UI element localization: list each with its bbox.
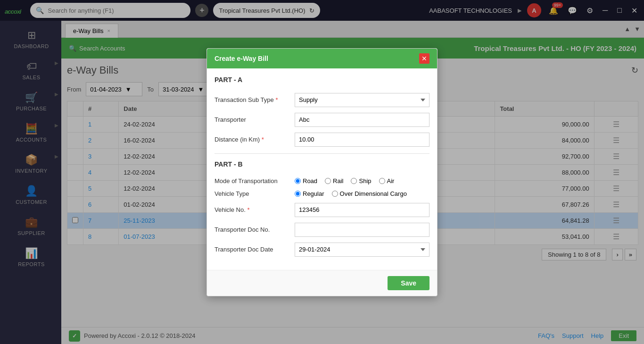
transporter-doc-no-label: Transporter Doc No. xyxy=(215,226,295,233)
vehicle-no-input[interactable] xyxy=(295,203,429,217)
transporter-doc-date-row: Transporter Doc Date 29-01-2024 xyxy=(215,243,429,257)
part-divider xyxy=(215,153,429,154)
distance-input[interactable] xyxy=(295,133,429,147)
save-button[interactable]: Save xyxy=(388,276,429,290)
transaction-sub-type-select[interactable]: Supply Export Job Work SKD/CKD/Lots Reci… xyxy=(295,93,429,107)
transport-mode-radio-group: Road Rail Ship Air xyxy=(295,177,429,185)
vehicle-type-over-dimensional[interactable]: Over Dimensional Cargo xyxy=(332,190,407,197)
modal-footer: Save xyxy=(207,270,437,296)
transporter-row: Transporter xyxy=(215,113,429,127)
transporter-input[interactable] xyxy=(295,113,429,127)
transport-mode-row: Mode of Transportation Road Rail Ship Ai… xyxy=(215,177,429,185)
transaction-sub-type-label: Transaction Sub Type * xyxy=(215,96,295,103)
transporter-doc-date-select[interactable]: 29-01-2024 xyxy=(295,243,429,257)
vehicle-no-label: Vehicle No. * xyxy=(215,206,295,213)
create-eway-modal: Create e-Way Bill ✕ PART - A Transaction… xyxy=(206,48,438,296)
transport-mode-road[interactable]: Road xyxy=(295,177,317,185)
modal-overlay: Create e-Way Bill ✕ PART - A Transaction… xyxy=(0,0,644,344)
transporter-label: Transporter xyxy=(215,116,295,123)
part-a-title: PART - A xyxy=(215,76,429,86)
vehicle-type-label: Vehicle Type xyxy=(215,190,295,197)
transport-mode-label: Mode of Transportation xyxy=(215,177,295,185)
transport-mode-ship[interactable]: Ship xyxy=(351,177,371,185)
modal-close-button[interactable]: ✕ xyxy=(419,53,429,64)
transporter-doc-no-row: Transporter Doc No. xyxy=(215,223,429,237)
modal-body: PART - A Transaction Sub Type * Supply E… xyxy=(207,68,437,270)
distance-row: Distance (in Km) * xyxy=(215,133,429,147)
distance-label: Distance (in Km) * xyxy=(215,136,295,143)
vehicle-type-regular[interactable]: Regular xyxy=(295,190,324,197)
modal-title: Create e-Way Bill xyxy=(215,55,268,62)
part-b-title: PART - B xyxy=(215,160,429,171)
transport-mode-air[interactable]: Air xyxy=(379,177,395,185)
modal-header: Create e-Way Bill ✕ xyxy=(207,49,437,68)
vehicle-type-row: Vehicle Type Regular Over Dimensional Ca… xyxy=(215,190,429,197)
transporter-doc-no-input[interactable] xyxy=(295,223,429,237)
vehicle-type-radio-group: Regular Over Dimensional Cargo xyxy=(295,190,429,197)
transaction-sub-type-row: Transaction Sub Type * Supply Export Job… xyxy=(215,93,429,107)
transporter-doc-date-label: Transporter Doc Date xyxy=(215,246,295,253)
vehicle-no-row: Vehicle No. * xyxy=(215,203,429,217)
transport-mode-rail[interactable]: Rail xyxy=(325,177,343,185)
